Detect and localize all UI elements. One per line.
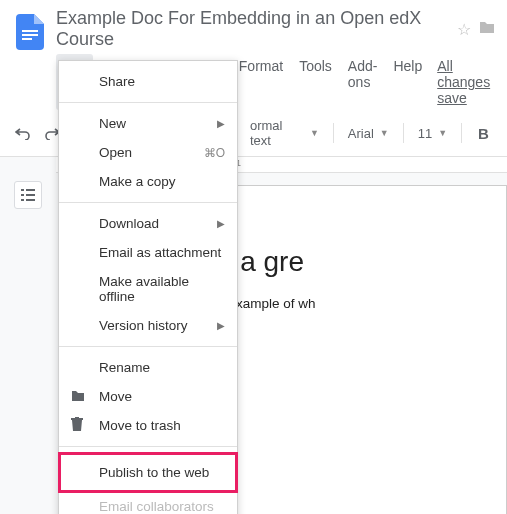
svg-rect-6 bbox=[26, 194, 35, 196]
submenu-arrow-icon: ▶ bbox=[217, 218, 225, 229]
separator bbox=[333, 123, 334, 143]
menu-item-download[interactable]: Download ▶ bbox=[59, 209, 237, 238]
menu-item-new[interactable]: New ▶ bbox=[59, 109, 237, 138]
menu-item-move[interactable]: Move bbox=[59, 382, 237, 411]
caret-down-icon: ▼ bbox=[438, 128, 447, 138]
menu-label: Open bbox=[99, 145, 132, 160]
separator bbox=[59, 102, 237, 103]
menu-label: Email collaborators bbox=[99, 499, 214, 514]
menu-label: Version history bbox=[99, 318, 188, 333]
menu-label: New bbox=[99, 116, 126, 131]
caret-down-icon: ▼ bbox=[310, 128, 319, 138]
menu-item-open[interactable]: Open ⌘O bbox=[59, 138, 237, 167]
star-icon[interactable]: ☆ bbox=[457, 20, 471, 39]
folder-icon bbox=[71, 389, 85, 405]
menu-item-email-attachment[interactable]: Email as attachment bbox=[59, 238, 237, 267]
save-status[interactable]: All changes save bbox=[435, 54, 495, 110]
menu-label: Move to trash bbox=[99, 418, 181, 433]
font-label: Arial bbox=[348, 126, 374, 141]
svg-rect-5 bbox=[21, 194, 24, 196]
menu-item-version-history[interactable]: Version history ▶ bbox=[59, 311, 237, 340]
menu-tools[interactable]: Tools bbox=[292, 54, 339, 110]
menu-item-share[interactable]: Share bbox=[59, 67, 237, 96]
menu-item-move-trash[interactable]: Move to trash bbox=[59, 411, 237, 440]
docs-logo[interactable] bbox=[12, 8, 48, 56]
svg-rect-1 bbox=[22, 34, 38, 36]
submenu-arrow-icon: ▶ bbox=[217, 320, 225, 331]
outline-button[interactable] bbox=[14, 181, 42, 209]
doc-title[interactable]: Example Doc For Embedding in an Open edX… bbox=[56, 8, 449, 50]
file-menu-dropdown: Share New ▶ Open ⌘O Make a copy Download… bbox=[58, 60, 238, 514]
menu-item-email-collaborators: Email collaborators bbox=[59, 492, 237, 514]
svg-rect-4 bbox=[26, 189, 35, 191]
menu-label: Share bbox=[99, 74, 135, 89]
separator bbox=[59, 202, 237, 203]
menu-item-publish-web[interactable]: Publish to the web bbox=[59, 453, 237, 492]
menu-format[interactable]: Format bbox=[232, 54, 290, 110]
separator bbox=[59, 446, 237, 447]
menu-help[interactable]: Help bbox=[386, 54, 429, 110]
style-select[interactable]: ormal text ▼ bbox=[246, 116, 323, 150]
menu-label: Download bbox=[99, 216, 159, 231]
separator bbox=[461, 123, 462, 143]
menu-item-make-copy[interactable]: Make a copy bbox=[59, 167, 237, 196]
menu-item-rename[interactable]: Rename bbox=[59, 353, 237, 382]
bold-button[interactable]: B bbox=[472, 121, 495, 145]
separator bbox=[403, 123, 404, 143]
menu-label: Make a copy bbox=[99, 174, 176, 189]
submenu-arrow-icon: ▶ bbox=[217, 118, 225, 129]
font-select[interactable]: Arial ▼ bbox=[344, 124, 393, 143]
menu-item-make-offline[interactable]: Make available offline bbox=[59, 267, 237, 311]
svg-rect-8 bbox=[26, 199, 35, 201]
style-label: ormal text bbox=[250, 118, 304, 148]
svg-rect-0 bbox=[22, 30, 38, 32]
menu-label: Move bbox=[99, 389, 132, 404]
menu-label: Email as attachment bbox=[99, 245, 221, 260]
font-size-select[interactable]: 11 ▼ bbox=[414, 124, 451, 143]
menu-addons[interactable]: Add-ons bbox=[341, 54, 385, 110]
caret-down-icon: ▼ bbox=[380, 128, 389, 138]
font-size-label: 11 bbox=[418, 126, 432, 141]
svg-rect-2 bbox=[22, 38, 32, 40]
undo-button[interactable] bbox=[12, 121, 35, 145]
svg-rect-3 bbox=[21, 189, 24, 191]
menu-label: Publish to the web bbox=[99, 465, 209, 480]
folder-move-icon[interactable] bbox=[479, 20, 495, 38]
menu-label: Rename bbox=[99, 360, 150, 375]
trash-icon bbox=[71, 417, 83, 434]
menu-label: Make available offline bbox=[99, 274, 223, 304]
svg-rect-7 bbox=[21, 199, 24, 201]
separator bbox=[59, 346, 237, 347]
shortcut-label: ⌘O bbox=[204, 146, 225, 160]
